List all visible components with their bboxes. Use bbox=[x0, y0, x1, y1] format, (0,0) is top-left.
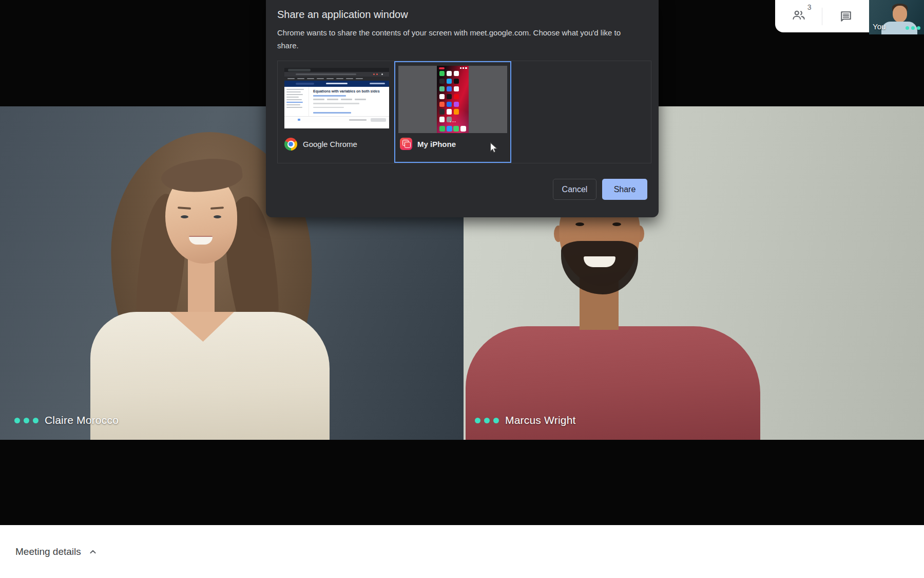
iphone-app-icon bbox=[439, 117, 445, 122]
iphone-app-icon bbox=[439, 102, 445, 107]
participant-name-tag: Marcus Wright bbox=[475, 413, 576, 428]
recording-pill bbox=[439, 67, 445, 69]
iphone-app-icon bbox=[439, 94, 445, 99]
chat-icon bbox=[839, 9, 853, 24]
chrome-window-thumbnail: Equations with variables on both sides bbox=[284, 68, 389, 128]
meeting-details-toggle[interactable]: Meeting details bbox=[15, 525, 99, 578]
google-meet-window: Claire Morocco Marcus Wright 3 bbox=[0, 0, 924, 578]
iphone-dock-icon bbox=[453, 126, 459, 132]
speaking-indicator-dots bbox=[475, 418, 499, 423]
thumbnail-page-heading: Equations with variables on both sides bbox=[313, 89, 385, 94]
iphone-app-icon bbox=[454, 79, 459, 84]
share-option-label: My iPhone bbox=[417, 140, 456, 148]
iphone-app-icon bbox=[447, 71, 452, 76]
iphone-window-thumbnail bbox=[398, 66, 507, 133]
iphone-app-icon bbox=[447, 79, 452, 84]
participant-name: Claire Morocco bbox=[45, 414, 119, 426]
people-icon bbox=[791, 8, 806, 23]
self-view-thumbnail[interactable]: You bbox=[869, 0, 924, 34]
iphone-app-icon bbox=[454, 71, 459, 76]
iphone-app-icon bbox=[447, 94, 452, 99]
top-right-panel: 3 bbox=[775, 0, 869, 32]
iphone-app-icon bbox=[447, 102, 452, 107]
mouse-cursor bbox=[488, 142, 499, 154]
iphone-dock-icon bbox=[460, 126, 466, 132]
dialog-title: Share an application window bbox=[277, 9, 408, 21]
dialog-description: Chrome wants to share the contents of yo… bbox=[277, 26, 642, 52]
iphone-app-icon bbox=[454, 102, 459, 107]
iphone-app-icon bbox=[454, 109, 459, 114]
iphone-app-grid bbox=[439, 71, 466, 122]
chrome-icon bbox=[284, 138, 297, 151]
chat-button[interactable] bbox=[822, 0, 869, 32]
cancel-button[interactable]: Cancel bbox=[553, 179, 596, 200]
iphone-app-icon bbox=[447, 109, 452, 114]
speaking-indicator-dots bbox=[14, 418, 38, 423]
iphone-app-icon bbox=[439, 79, 445, 84]
window-choices-container: Equations with variables on both sides G… bbox=[277, 61, 651, 163]
bottom-control-bar: Meeting details bbox=[0, 525, 924, 578]
screen-mirroring-icon bbox=[400, 138, 412, 150]
iphone-dock-icon bbox=[439, 126, 445, 132]
share-option-label: Google Chrome bbox=[303, 140, 357, 148]
self-view-label: You bbox=[873, 22, 886, 31]
iphone-dock bbox=[439, 126, 466, 132]
chevron-up-icon bbox=[87, 546, 99, 557]
iphone-app-icon bbox=[454, 86, 459, 91]
iphone-app-icon bbox=[439, 109, 445, 114]
participant-name: Marcus Wright bbox=[505, 414, 576, 426]
share-screen-dialog: Share an application window Chrome wants… bbox=[266, 0, 659, 217]
share-option-google-chrome[interactable]: Equations with variables on both sides G… bbox=[284, 68, 389, 151]
iphone-app-icon bbox=[454, 94, 459, 99]
speaking-indicator-dots bbox=[906, 26, 920, 30]
iphone-app-icon bbox=[439, 86, 445, 91]
participants-button[interactable]: 3 bbox=[775, 0, 822, 32]
iphone-app-icon bbox=[439, 71, 445, 76]
iphone-dock-icon bbox=[447, 126, 452, 132]
participants-count-badge: 3 bbox=[807, 3, 812, 11]
iphone-app-icon bbox=[447, 86, 452, 91]
participant-name-tag: Claire Morocco bbox=[14, 413, 119, 428]
share-button[interactable]: Share bbox=[602, 179, 647, 200]
